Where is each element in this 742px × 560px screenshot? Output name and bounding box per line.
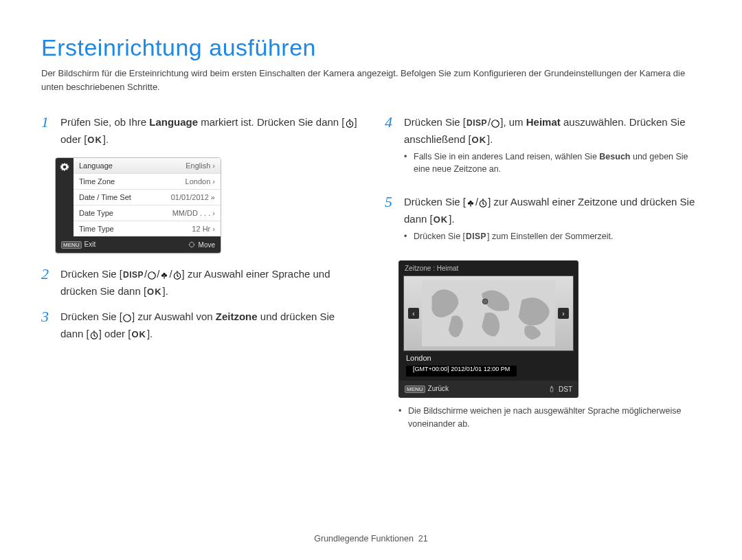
- step-number: 4: [385, 114, 404, 184]
- timer-icon: [345, 115, 355, 131]
- world-map-icon: [422, 280, 555, 346]
- step-2: 2 Drücken Sie [DISP///] zur Auswahl eine…: [41, 266, 357, 300]
- menu-row-timetype: Time Type12 Hr ›: [74, 221, 221, 236]
- row-label: Time Type: [79, 225, 114, 233]
- footer-right: DST: [547, 384, 572, 394]
- menu-badge-icon: MENU: [61, 241, 82, 249]
- right-column: 4 Drücken Sie [DISP/], um Heimat auszuwä…: [385, 114, 701, 439]
- row-value: MM/DD . . . ›: [172, 209, 215, 217]
- row-label: Date Type: [79, 209, 113, 217]
- step-5-sub1: • Drücken Sie [DISP] zum Einstellen der …: [404, 230, 701, 243]
- timer-icon: [478, 195, 488, 211]
- camera-menu-list: LanguageEnglish › Time ZoneLondon › Date…: [74, 158, 221, 236]
- disp-icon: DISP: [122, 269, 144, 282]
- intro-text: Der Bildschirm für die Ersteinrichtung w…: [41, 67, 701, 93]
- camera-menu-footer: MENUExit Move: [56, 236, 221, 253]
- timezone-title: Zeitzone : Heimat: [399, 261, 578, 276]
- svg-point-2: [148, 271, 156, 279]
- page-title: Ersteinrichtung ausführen: [41, 34, 701, 61]
- text: ] oder [: [99, 328, 131, 339]
- row-value: 12 Hr ›: [192, 225, 215, 233]
- camera-menu-body: LanguageEnglish › Time ZoneLondon › Date…: [56, 158, 221, 236]
- timezone-gmt: [GMT+00:00] 2012/01/01 12:00 PM: [406, 366, 517, 377]
- step-number: 3: [41, 309, 60, 344]
- ok-icon: OK: [87, 133, 103, 147]
- flower-icon: [466, 195, 475, 211]
- step-4-sub: • Falls Sie in ein anderes Land reisen, …: [404, 150, 701, 177]
- gear-icon: [60, 162, 69, 174]
- bullet-icon: •: [404, 230, 414, 243]
- row-label: Date / Time Set: [79, 193, 131, 201]
- svg-point-1: [189, 242, 194, 247]
- step-body: Prüfen Sie, ob Ihre Language markiert is…: [60, 114, 357, 148]
- footer-left: MENUZurück: [405, 385, 449, 393]
- text: Die Bildschirme weichen je nach ausgewäh…: [408, 405, 701, 431]
- step-5-sub2: • Die Bildschirme weichen je nach ausgew…: [398, 405, 701, 431]
- svg-point-5: [165, 274, 168, 277]
- text: Drücken Sie [: [60, 311, 122, 322]
- step-body: Drücken Sie [DISP/], um Heimat auszuwähl…: [404, 114, 701, 184]
- timezone-screenshot: Zeitzone : Heimat ‹: [398, 260, 578, 398]
- svg-point-11: [468, 202, 471, 205]
- svg-point-15: [482, 299, 488, 304]
- bold-besuch: Besuch: [599, 152, 630, 161]
- svg-point-4: [161, 274, 164, 277]
- step-5: 5 Drücken Sie [/] zur Auswahl einer Zeit…: [385, 194, 701, 251]
- text: ].: [449, 213, 454, 225]
- text: ].: [163, 285, 168, 297]
- bold-heimat: Heimat: [526, 116, 561, 128]
- step-body: Drücken Sie [DISP///] zur Auswahl einer …: [60, 266, 357, 300]
- columns: 1 Prüfen Sie, ob Ihre Language markiert …: [41, 114, 701, 439]
- text: Drücken Sie [DISP] zum Einstellen der So…: [414, 230, 701, 243]
- step-number: 2: [41, 266, 60, 300]
- svg-point-7: [124, 315, 131, 322]
- page-number: 21: [418, 534, 428, 544]
- timer-icon: [172, 267, 182, 283]
- page: Ersteinrichtung ausführen Der Bildschirm…: [0, 0, 742, 560]
- text: ], um: [500, 116, 526, 128]
- page-footer: Grundlegende Funktionen 21: [0, 534, 742, 544]
- menu-row-datetime: Date / Time Set01/01/2012 »: [74, 190, 221, 205]
- ok-icon: OK: [146, 285, 163, 299]
- text: ] zur Auswahl von: [132, 311, 216, 322]
- row-value: 01/01/2012 »: [171, 193, 215, 201]
- left-column: 1 Prüfen Sie, ob Ihre Language markiert …: [41, 114, 357, 439]
- timezone-city: London: [399, 351, 578, 362]
- step-body: Drücken Sie [/] zur Auswahl einer Zeitzo…: [404, 194, 701, 251]
- text: ].: [147, 328, 153, 339]
- tick-circle-icon: [491, 115, 500, 131]
- bullet-icon: •: [398, 405, 408, 431]
- text: ].: [103, 133, 109, 145]
- timezone-map: ‹: [403, 276, 574, 351]
- text: Drücken Sie [: [404, 116, 466, 128]
- bold-language: Language: [149, 116, 198, 128]
- flower-icon: [159, 267, 169, 283]
- camera-menu-screenshot: LanguageEnglish › Time ZoneLondon › Date…: [55, 157, 221, 254]
- bold-zeitzone: Zeitzone: [216, 311, 258, 322]
- row-label: Time Zone: [79, 177, 115, 186]
- text: markiert ist. Drücken Sie dann [: [198, 116, 344, 128]
- chevron-right-icon: ›: [558, 308, 569, 319]
- footer-left: MENUExit: [61, 240, 95, 249]
- tick-circle-icon: [122, 310, 132, 326]
- text: ].: [487, 133, 493, 145]
- camera-menu-sidebar: [56, 158, 74, 236]
- step-1: 1 Prüfen Sie, ob Ihre Language markiert …: [41, 114, 357, 148]
- footer-right: Move: [187, 240, 215, 249]
- tick-circle-icon: [147, 267, 157, 283]
- chevron-left-icon: ‹: [408, 308, 419, 319]
- ok-icon: OK: [131, 328, 147, 341]
- menu-row-datetype: Date TypeMM/DD . . . ›: [74, 205, 221, 221]
- row-value: London ›: [186, 177, 215, 186]
- text: Prüfen Sie, ob Ihre: [60, 116, 149, 128]
- step-body: Drücken Sie [] zur Auswahl von Zeitzone …: [60, 309, 357, 344]
- row-label: Language: [79, 161, 113, 170]
- bullet-icon: •: [404, 150, 414, 177]
- timer-icon: [89, 327, 99, 343]
- step-number: 1: [41, 114, 60, 148]
- ok-icon: OK: [433, 213, 449, 227]
- step-4: 4 Drücken Sie [DISP/], um Heimat auszuwä…: [385, 114, 701, 184]
- step-number: 5: [385, 194, 404, 251]
- step-3: 3 Drücken Sie [] zur Auswahl von Zeitzon…: [41, 309, 357, 344]
- svg-point-9: [492, 120, 499, 128]
